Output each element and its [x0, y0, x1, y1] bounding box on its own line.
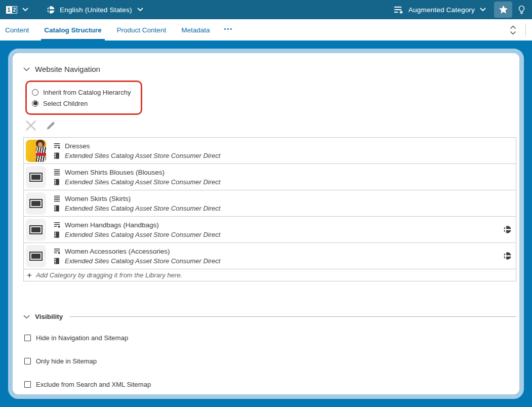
image-placeholder-icon — [29, 173, 43, 182]
checkbox-label: Exclude from Search and XML Sitemap — [36, 381, 151, 388]
checkbox-icon[interactable] — [24, 335, 31, 341]
tab-product-content[interactable]: Product Content — [116, 19, 168, 40]
visibility-header: Visibility — [23, 313, 516, 320]
page-2-badge: 2 — [12, 6, 17, 14]
category-title: Women Shirts Blouses (Blouses) — [65, 169, 165, 176]
category-thumbnail — [26, 192, 46, 215]
add-category-hint: Add Category by dragging it from the Lib… — [36, 271, 182, 279]
star-icon — [499, 5, 508, 14]
category-thumbnail — [26, 219, 46, 241]
content-area: Website Navigation Inherit from Catalog … — [0, 40, 532, 407]
lightbulb-icon — [517, 5, 526, 15]
tabbar: ContentCatalog StructureProduct ContentM… — [0, 19, 532, 40]
edit-pencil-button[interactable] — [45, 119, 57, 132]
checkbox-hide-in-navigation-and-sitemap[interactable]: Hide in Navigation and Sitemap — [24, 334, 516, 342]
checkbox-icon[interactable] — [24, 358, 31, 364]
topbar: 1 2 English (United States) — [0, 0, 532, 19]
radio-label: Inherit from Catalog Hierarchy — [43, 89, 131, 96]
hints-button[interactable] — [517, 5, 526, 15]
radio-icon[interactable] — [32, 89, 38, 96]
sales-category-icon — [53, 221, 61, 229]
category-row[interactable]: Women Accessories (Accessories) Extended… — [24, 243, 516, 269]
checkbox-label: Only hide in Sitemap — [36, 357, 97, 365]
category-row[interactable]: Dresses Extended Sites Catalog Asset Sto… — [24, 138, 516, 164]
radio-group: Inherit from Catalog Hierarchy Select Ch… — [32, 87, 131, 109]
annotation-highlight-box: Inherit from Catalog Hierarchy Select Ch… — [25, 80, 142, 115]
radio-option-inherit-from-catalog-hierarchy[interactable]: Inherit from Catalog Hierarchy — [32, 87, 131, 98]
page-1-badge: 1 — [6, 6, 12, 14]
radio-option-select-children[interactable]: Select Children — [32, 98, 131, 109]
checkbox-icon[interactable] — [24, 381, 31, 388]
context-chevron-down-icon[interactable] — [480, 8, 486, 12]
augmented-category-icon — [394, 6, 404, 14]
catalog-structure-panel: Website Navigation Inherit from Catalog … — [8, 49, 524, 399]
tabbar-divider — [525, 23, 526, 36]
category-path: Extended Sites Catalog Asset Store Consu… — [65, 205, 220, 212]
tab-overflow-button[interactable]: ••• — [224, 26, 233, 34]
category-row[interactable]: Women Shirts Blouses (Blouses) Extended … — [24, 164, 516, 190]
remove-button[interactable] — [24, 119, 37, 132]
plus-icon: + — [27, 271, 32, 279]
image-placeholder-icon — [29, 225, 43, 234]
favorites-button[interactable] — [494, 2, 512, 18]
checkbox-exclude-from-search-and-xml-sitemap[interactable]: Exclude from Search and XML Sitemap — [24, 381, 516, 388]
workspace-pages-badge[interactable]: 1 2 — [6, 6, 17, 14]
translation-globe-icon[interactable] — [503, 225, 512, 234]
tab-content[interactable]: Content — [4, 19, 30, 40]
image-placeholder-icon — [29, 199, 43, 208]
child-category-list: Dresses Extended Sites Catalog Asset Sto… — [23, 137, 516, 281]
visibility-title: Visibility — [35, 313, 63, 320]
catalog-icon — [53, 178, 61, 186]
category-thumbnail — [26, 140, 46, 162]
category-icon — [53, 169, 61, 176]
category-title: Women Skirts (Skirts) — [65, 195, 131, 202]
category-row[interactable]: Women Skirts (Skirts) Extended Sites Cat… — [24, 190, 516, 217]
section-chevron-down-icon[interactable] — [23, 67, 30, 71]
category-thumbnail — [26, 166, 46, 188]
catalog-icon — [53, 152, 61, 159]
collapse-panel-control[interactable] — [508, 23, 518, 37]
category-path: Extended Sites Catalog Asset Store Consu… — [65, 231, 220, 238]
category-row[interactable]: Women Handbags (Handbags) Extended Sites… — [24, 217, 516, 243]
tab-list: ContentCatalog StructureProduct ContentM… — [4, 19, 224, 40]
tab-metadata[interactable]: Metadata — [180, 19, 211, 40]
catalog-icon — [53, 205, 61, 212]
category-path: Extended Sites Catalog Asset Store Consu… — [65, 152, 220, 159]
locale-chevron-down-icon[interactable] — [137, 8, 143, 12]
visibility-checkbox-group: Hide in Navigation and Sitemap Only hide… — [23, 334, 516, 388]
checkbox-label: Hide in Navigation and Sitemap — [36, 334, 128, 342]
visibility-chevron-down-icon[interactable] — [23, 315, 30, 319]
radio-label: Select Children — [43, 100, 88, 107]
category-title: Women Handbags (Handbags) — [65, 221, 159, 229]
category-title: Dresses — [65, 142, 90, 150]
globe-icon — [47, 6, 55, 14]
visibility-divider — [70, 316, 516, 317]
chevron-down-icon[interactable] — [22, 8, 28, 12]
checkbox-only-hide-in-sitemap[interactable]: Only hide in Sitemap — [24, 357, 516, 365]
context-label: Augmented Category — [408, 6, 475, 14]
category-toolbar — [24, 119, 516, 132]
catalog-icon — [53, 231, 61, 238]
catalog-icon — [53, 257, 61, 265]
locale-label: English (United States) — [60, 6, 132, 14]
category-thumbnail — [26, 245, 46, 267]
image-placeholder-icon — [29, 252, 43, 261]
category-path: Extended Sites Catalog Asset Store Consu… — [65, 257, 220, 265]
tab-catalog-structure[interactable]: Catalog Structure — [43, 19, 102, 40]
website-navigation-header: Website Navigation — [23, 65, 516, 73]
radio-icon[interactable] — [32, 100, 38, 107]
category-title: Women Accessories (Accessories) — [65, 248, 170, 255]
translation-globe-icon[interactable] — [503, 252, 512, 260]
section-title: Website Navigation — [35, 65, 100, 73]
category-path: Extended Sites Catalog Asset Store Consu… — [65, 178, 220, 186]
add-category-drop-zone[interactable]: + Add Category by dragging it from the L… — [24, 269, 516, 281]
category-icon — [53, 195, 61, 202]
sales-category-icon — [53, 142, 61, 150]
sales-category-icon — [53, 248, 61, 255]
